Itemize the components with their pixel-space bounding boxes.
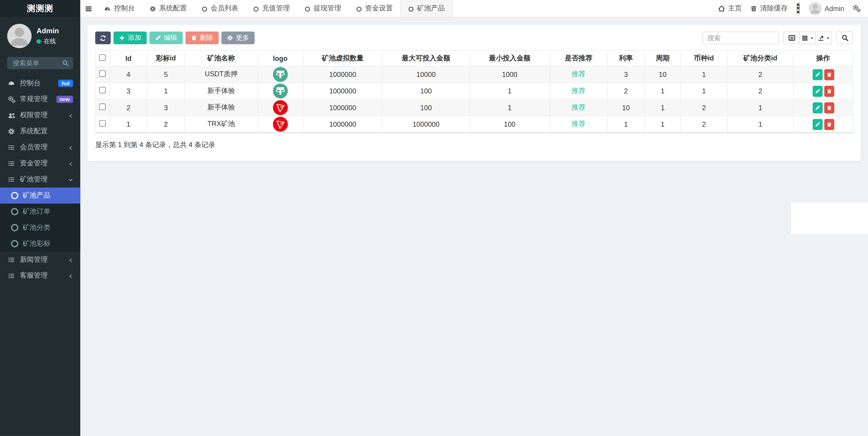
app-logo[interactable]: 测测测 bbox=[0, 0, 81, 17]
circle-icon bbox=[304, 5, 310, 12]
tab-member-list[interactable]: 会员列表 bbox=[194, 0, 245, 17]
new-badge: new bbox=[56, 96, 73, 103]
row-delete-button[interactable] bbox=[824, 86, 834, 97]
page: 测测测 Admin 在线 控制台 hot bbox=[0, 0, 868, 436]
dashboard-icon bbox=[7, 80, 16, 87]
refresh-button[interactable] bbox=[95, 31, 111, 44]
user-menu[interactable]: Admin bbox=[808, 2, 844, 15]
trash-icon bbox=[826, 122, 832, 127]
tab-fund-settings[interactable]: 资金设置 bbox=[348, 0, 400, 17]
gear-icon bbox=[149, 5, 156, 12]
header-pool-name: 矿池名称 bbox=[185, 51, 257, 66]
search-button[interactable] bbox=[837, 31, 853, 44]
sidebar-subitem-pool-labels[interactable]: 矿池彩标 bbox=[0, 236, 81, 252]
fullscreen-toggle-icon[interactable]: ✖✖✖ bbox=[796, 3, 800, 14]
sidebar-search bbox=[7, 57, 73, 69]
circle-icon bbox=[11, 240, 18, 247]
edit-button[interactable]: 编辑 bbox=[149, 31, 183, 44]
table-row: 2 3 新手体验 1000000 100 1 推荐 10 1 2 bbox=[96, 99, 853, 116]
sidebar-item-funds[interactable]: 资金管理 bbox=[0, 156, 81, 171]
sidebar-subitem-pool-categories[interactable]: 矿池分类 bbox=[0, 220, 81, 236]
user-panel: Admin 在线 bbox=[0, 17, 81, 52]
sidebar-item-news[interactable]: 新闻管理 bbox=[0, 252, 81, 268]
sidebar-item-mining-pool[interactable]: 矿池管理 bbox=[0, 171, 81, 188]
sidebar-search-input[interactable] bbox=[11, 59, 62, 67]
row-delete-button[interactable] bbox=[824, 69, 834, 80]
tab-withdrawal[interactable]: 提现管理 bbox=[297, 0, 348, 17]
circle-icon bbox=[253, 5, 259, 12]
add-button[interactable]: 添加 bbox=[114, 31, 147, 44]
user-menu-label: Admin bbox=[825, 5, 844, 12]
gears-icon bbox=[7, 96, 16, 103]
export-button[interactable] bbox=[815, 31, 832, 44]
chevron-left-icon bbox=[68, 272, 73, 280]
settings-gears-icon[interactable] bbox=[852, 4, 861, 13]
columns-button[interactable] bbox=[799, 31, 816, 44]
navbar-right: 主页 清除缓存 ✖✖✖ Admin bbox=[718, 0, 868, 17]
table-row: 1 2 TRX矿池 1000000 1000000 100 推荐 1 1 2 bbox=[96, 116, 853, 133]
circle-icon bbox=[408, 5, 414, 12]
row-edit-button[interactable] bbox=[812, 119, 822, 130]
home-link[interactable]: 主页 bbox=[718, 4, 742, 13]
list-icon bbox=[7, 256, 16, 263]
delete-button[interactable]: 删除 bbox=[185, 31, 219, 44]
export-icon bbox=[817, 35, 824, 41]
circle-icon bbox=[11, 224, 18, 231]
row-checkbox[interactable] bbox=[99, 120, 106, 127]
trash-icon bbox=[750, 5, 757, 12]
header-cycle: 周期 bbox=[645, 51, 681, 66]
row-checkbox[interactable] bbox=[99, 70, 106, 77]
search-icon[interactable] bbox=[62, 60, 69, 66]
tab-dashboard[interactable]: 控制台 bbox=[97, 0, 142, 17]
hamburger-icon[interactable] bbox=[81, 0, 97, 17]
row-delete-button[interactable] bbox=[824, 119, 834, 130]
header-logo: logo bbox=[258, 51, 303, 66]
sidebar-item-customer-service[interactable]: 客服管理 bbox=[0, 268, 81, 284]
avatar bbox=[808, 2, 821, 15]
sidebar-item-dashboard[interactable]: 控制台 hot bbox=[0, 75, 81, 91]
header-id: Id bbox=[110, 51, 147, 66]
trash-icon bbox=[826, 105, 832, 110]
more-button[interactable]: 更多 bbox=[221, 31, 255, 44]
sidebar-item-permissions[interactable]: 权限管理 bbox=[0, 107, 81, 123]
tron-logo-icon bbox=[273, 117, 288, 132]
content-area: 添加 编辑 删除 更多 bbox=[81, 18, 868, 436]
recommend-link[interactable]: 推荐 bbox=[572, 87, 585, 95]
trash-icon bbox=[826, 72, 832, 77]
select-all-checkbox[interactable] bbox=[99, 54, 106, 61]
pencil-icon bbox=[814, 122, 820, 127]
sidebar-subitem-pool-orders[interactable]: 矿池订单 bbox=[0, 204, 81, 220]
refresh-icon bbox=[100, 35, 106, 41]
tab-pool-products[interactable]: 矿池产品 bbox=[400, 0, 453, 17]
tab-system-config[interactable]: 系统配置 bbox=[142, 0, 194, 17]
tab-recharge[interactable]: 充值管理 bbox=[245, 0, 297, 17]
plus-icon bbox=[119, 35, 125, 41]
sidebar-item-general[interactable]: 常规管理 new bbox=[0, 91, 81, 107]
row-checkbox[interactable] bbox=[99, 87, 106, 94]
table-search-input[interactable] bbox=[703, 31, 779, 44]
pencil-icon bbox=[814, 88, 820, 94]
chevron-down-icon bbox=[68, 175, 73, 183]
sidebar-item-system-config[interactable]: 系统配置 bbox=[0, 123, 81, 139]
tether-logo-icon bbox=[273, 67, 288, 82]
recommend-link[interactable]: 推荐 bbox=[572, 120, 585, 128]
tron-logo-icon bbox=[273, 100, 288, 115]
sidebar-subitem-pool-products[interactable]: 矿池产品 bbox=[0, 188, 81, 204]
pool-products-table: Id 彩标id 矿池名称 logo 矿池虚拟数量 最大可投入金额 最小投入金额 … bbox=[95, 51, 853, 133]
row-checkbox[interactable] bbox=[99, 103, 106, 110]
row-edit-button[interactable] bbox=[812, 69, 822, 80]
detail-view-icon bbox=[788, 34, 795, 42]
header-category-id: 矿池分类id bbox=[727, 51, 794, 66]
row-edit-button[interactable] bbox=[812, 102, 822, 113]
recommend-link[interactable]: 推荐 bbox=[572, 103, 585, 111]
row-delete-button[interactable] bbox=[824, 102, 834, 113]
pagination-summary: 显示第 1 到第 4 条记录，总共 4 条记录 bbox=[95, 140, 853, 150]
list-icon bbox=[7, 144, 16, 151]
row-edit-button[interactable] bbox=[812, 86, 822, 97]
detail-view-button[interactable] bbox=[783, 31, 800, 44]
sidebar-menu: 控制台 hot 常规管理 new 权限管理 系统配置 bbox=[0, 75, 81, 284]
sidebar-item-members[interactable]: 会员管理 bbox=[0, 139, 81, 156]
recommend-link[interactable]: 推荐 bbox=[572, 70, 585, 78]
chevron-left-icon bbox=[68, 111, 73, 119]
clear-cache-link[interactable]: 清除缓存 bbox=[750, 4, 787, 13]
